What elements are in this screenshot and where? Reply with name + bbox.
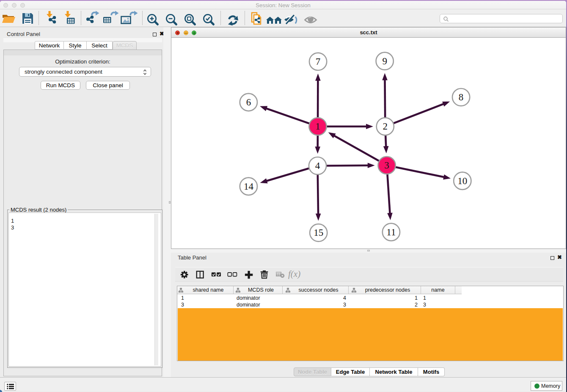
svg-text:11: 11 bbox=[386, 227, 396, 237]
svg-text:8: 8 bbox=[459, 92, 464, 102]
svg-text:10: 10 bbox=[457, 176, 467, 186]
svg-text:2: 2 bbox=[383, 121, 388, 132]
svg-text:9: 9 bbox=[382, 56, 387, 66]
svg-text:f(x): f(x) bbox=[288, 270, 300, 279]
svg-text:1: 1 bbox=[315, 121, 320, 132]
svg-text:6: 6 bbox=[246, 97, 251, 108]
svg-text:15: 15 bbox=[314, 227, 323, 238]
svg-text:4: 4 bbox=[315, 160, 320, 171]
svg-text:7: 7 bbox=[316, 56, 321, 67]
svg-text:3: 3 bbox=[384, 160, 389, 171]
svg-text:14: 14 bbox=[244, 181, 254, 192]
